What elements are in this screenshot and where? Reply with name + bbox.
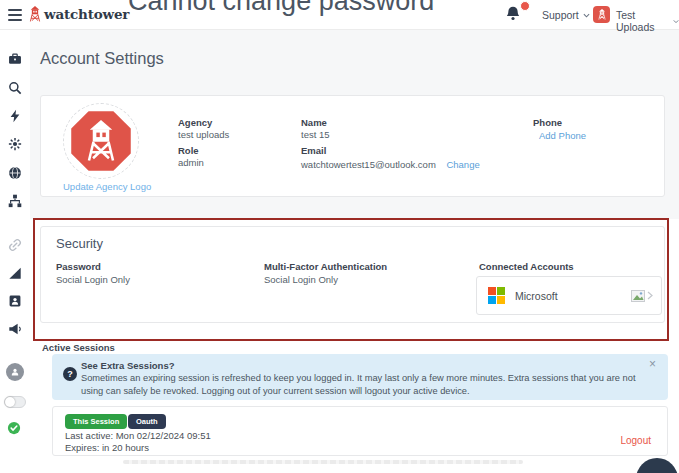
support-menu[interactable]: Support — [542, 9, 590, 21]
phone-label: Phone — [533, 117, 562, 128]
chevron-down-icon — [673, 19, 679, 24]
faded-session-placeholder — [123, 460, 523, 464]
role-value: admin — [178, 157, 204, 168]
person-icon — [10, 367, 20, 377]
broken-image-icon — [631, 290, 645, 302]
megaphone-icon[interactable] — [8, 322, 22, 336]
microsoft-logo-icon — [488, 287, 505, 304]
agency-value: test uploads — [178, 129, 229, 140]
sidebar-user-avatar[interactable] — [6, 363, 24, 381]
id-badge-icon[interactable] — [8, 294, 22, 308]
email-value: watchtowertest15@outlook.com — [301, 159, 436, 170]
change-email-link[interactable]: Change — [446, 159, 479, 170]
mfa-label: Multi-Factor Authentication — [264, 261, 387, 272]
alert-body: Sometimes an expiring session is refresh… — [81, 372, 656, 397]
microsoft-account-row[interactable]: Microsoft — [476, 276, 662, 315]
extra-sessions-alert: ? See Extra Sessions? Sometimes an expir… — [52, 354, 668, 400]
notification-badge — [520, 1, 530, 11]
briefcase-icon[interactable] — [8, 52, 22, 66]
agency-label: Agency — [178, 117, 212, 128]
chevron-down-icon — [583, 13, 590, 18]
role-label: Role — [178, 145, 199, 156]
status-ok-icon — [7, 421, 21, 435]
expires-text: Expires: in 20 hours — [65, 442, 149, 453]
user-menu[interactable]: Test Uploads — [616, 9, 679, 33]
user-avatar[interactable] — [593, 6, 610, 23]
name-value: test 15 — [301, 129, 330, 140]
profile-card: Update Agency Logo Agency test uploads R… — [40, 95, 665, 197]
provider-name: Microsoft — [515, 290, 631, 302]
user-menu-label: Test Uploads — [616, 9, 668, 33]
agency-tower-icon — [86, 120, 116, 162]
last-active-text: Last active: Mon 02/12/2024 09:51 — [65, 430, 211, 441]
update-agency-logo-link[interactable]: Update Agency Logo — [63, 181, 139, 192]
logout-link[interactable]: Logout — [620, 435, 651, 446]
agency-logo-ring — [63, 103, 139, 179]
link-icon[interactable] — [8, 238, 22, 252]
email-row: watchtowertest15@outlook.com Change — [301, 159, 480, 170]
brand-logo[interactable]: watchtower — [29, 6, 129, 22]
notifications-button[interactable] — [505, 5, 527, 25]
support-label: Support — [542, 9, 579, 21]
close-icon[interactable]: × — [649, 357, 656, 371]
lightning-icon[interactable] — [8, 109, 22, 123]
session-card: This Session Oauth Last active: Mon 02/1… — [52, 406, 668, 456]
agency-logo — [70, 110, 132, 172]
avatar-tower-icon — [598, 9, 606, 20]
this-session-badge: This Session — [65, 414, 127, 429]
email-label: Email — [301, 145, 326, 156]
watchtower-logo-icon — [29, 6, 41, 22]
mfa-value: Social Login Only — [264, 274, 338, 285]
bell-icon — [505, 5, 521, 22]
globe-icon[interactable] — [8, 166, 22, 180]
oauth-badge: Oauth — [128, 414, 166, 429]
page-title: Account Settings — [40, 49, 164, 68]
chevron-right-icon — [647, 291, 653, 300]
question-icon: ? — [63, 367, 77, 381]
password-value: Social Login Only — [56, 274, 130, 285]
security-title: Security — [56, 236, 103, 251]
connected-accounts-label: Connected Accounts — [479, 261, 574, 272]
sidebar-nav — [0, 30, 30, 473]
security-card: Security Password Social Login Only Mult… — [40, 226, 665, 323]
search-icon[interactable] — [8, 81, 22, 95]
clipped-modal-heading: Cannot change password — [128, 0, 434, 17]
sidebar-toggle-switch[interactable] — [4, 396, 26, 408]
sitemap-icon[interactable] — [8, 194, 22, 208]
password-label: Password — [56, 261, 101, 272]
help-widget-button[interactable] — [636, 458, 678, 473]
add-phone-link[interactable]: Add Phone — [539, 130, 586, 141]
chart-icon[interactable] — [8, 266, 22, 280]
hamburger-menu-icon[interactable] — [8, 9, 22, 21]
alert-title: See Extra Sessions? — [81, 360, 174, 371]
active-sessions-title: Active Sessions — [42, 342, 115, 353]
name-label: Name — [301, 117, 327, 128]
brand-name: watchtower — [44, 6, 129, 22]
gear-icon[interactable] — [8, 137, 22, 151]
